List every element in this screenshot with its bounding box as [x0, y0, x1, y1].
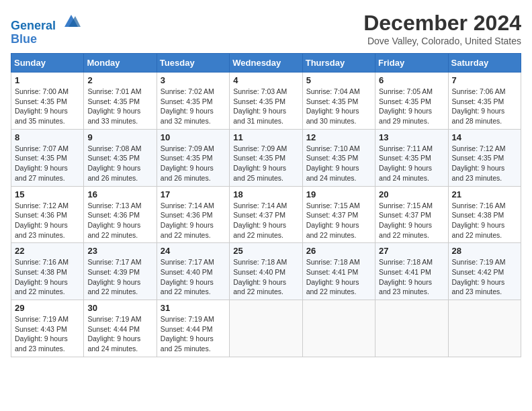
day-info: Sunrise: 7:12 AMSunset: 4:35 PMDaylight:…: [452, 144, 517, 183]
calendar-day-cell: 15Sunrise: 7:12 AMSunset: 4:36 PMDayligh…: [11, 186, 84, 243]
calendar-day-cell: [375, 300, 448, 357]
calendar-day-cell: [448, 300, 521, 357]
day-info: Sunrise: 7:08 AMSunset: 4:35 PMDaylight:…: [87, 144, 152, 183]
calendar-day-cell: 13Sunrise: 7:11 AMSunset: 4:35 PMDayligh…: [375, 129, 448, 186]
day-number: 19: [306, 189, 371, 199]
calendar-day-cell: 16Sunrise: 7:13 AMSunset: 4:36 PMDayligh…: [84, 186, 157, 243]
title-area: December 2024 Dove Valley, Colorado, Uni…: [363, 11, 521, 46]
day-number: 11: [233, 132, 298, 142]
day-number: 2: [87, 75, 152, 85]
calendar-day-cell: 19Sunrise: 7:15 AMSunset: 4:37 PMDayligh…: [302, 186, 375, 243]
calendar-day-cell: 23Sunrise: 7:17 AMSunset: 4:39 PMDayligh…: [84, 243, 157, 300]
calendar-header-tuesday: Tuesday: [157, 54, 229, 73]
day-number: 28: [452, 246, 517, 256]
day-info: Sunrise: 7:19 AMSunset: 4:44 PMDaylight:…: [161, 314, 226, 354]
calendar-header-wednesday: Wednesday: [230, 54, 302, 73]
day-number: 27: [379, 246, 444, 256]
calendar-day-cell: 7Sunrise: 7:06 AMSunset: 4:35 PMDaylight…: [448, 73, 521, 130]
day-number: 10: [161, 132, 226, 142]
day-info: Sunrise: 7:02 AMSunset: 4:35 PMDaylight:…: [161, 87, 226, 126]
calendar-day-cell: 5Sunrise: 7:04 AMSunset: 4:35 PMDaylight…: [302, 73, 375, 130]
day-info: Sunrise: 7:19 AMSunset: 4:44 PMDaylight:…: [87, 314, 152, 354]
calendar-week-row: 8Sunrise: 7:07 AMSunset: 4:35 PMDaylight…: [11, 129, 521, 186]
day-info: Sunrise: 7:17 AMSunset: 4:40 PMDaylight:…: [161, 257, 226, 297]
calendar-day-cell: 21Sunrise: 7:16 AMSunset: 4:38 PMDayligh…: [448, 186, 521, 243]
calendar-day-cell: 4Sunrise: 7:03 AMSunset: 4:35 PMDaylight…: [230, 73, 302, 130]
calendar-day-cell: 2Sunrise: 7:01 AMSunset: 4:35 PMDaylight…: [84, 73, 157, 130]
day-number: 26: [306, 246, 371, 256]
calendar-header-saturday: Saturday: [448, 54, 521, 73]
day-number: 3: [161, 75, 226, 85]
calendar-body: 1Sunrise: 7:00 AMSunset: 4:35 PMDaylight…: [11, 73, 521, 357]
day-info: Sunrise: 7:19 AMSunset: 4:42 PMDaylight:…: [452, 257, 517, 297]
day-info: Sunrise: 7:03 AMSunset: 4:35 PMDaylight:…: [233, 87, 298, 126]
calendar-day-cell: 29Sunrise: 7:19 AMSunset: 4:43 PMDayligh…: [11, 300, 84, 357]
calendar-header-row: SundayMondayTuesdayWednesdayThursdayFrid…: [11, 54, 521, 73]
calendar-header-sunday: Sunday: [11, 54, 84, 73]
month-title: December 2024: [363, 11, 521, 36]
day-number: 13: [379, 132, 444, 142]
calendar-header-friday: Friday: [375, 54, 448, 73]
day-number: 30: [87, 303, 152, 313]
day-number: 15: [15, 189, 80, 199]
day-info: Sunrise: 7:18 AMSunset: 4:40 PMDaylight:…: [233, 257, 298, 297]
day-info: Sunrise: 7:18 AMSunset: 4:41 PMDaylight:…: [379, 257, 444, 297]
calendar-day-cell: [302, 300, 375, 357]
day-info: Sunrise: 7:14 AMSunset: 4:37 PMDaylight:…: [233, 201, 298, 240]
day-info: Sunrise: 7:17 AMSunset: 4:39 PMDaylight:…: [87, 257, 152, 297]
day-info: Sunrise: 7:19 AMSunset: 4:43 PMDaylight:…: [15, 314, 80, 354]
day-number: 8: [15, 132, 80, 142]
day-info: Sunrise: 7:18 AMSunset: 4:41 PMDaylight:…: [306, 257, 371, 297]
logo-text: General: [11, 11, 81, 33]
day-info: Sunrise: 7:16 AMSunset: 4:38 PMDaylight:…: [452, 201, 517, 240]
calendar-day-cell: 27Sunrise: 7:18 AMSunset: 4:41 PMDayligh…: [375, 243, 448, 300]
day-number: 7: [452, 75, 517, 85]
calendar-week-row: 1Sunrise: 7:00 AMSunset: 4:35 PMDaylight…: [11, 73, 521, 130]
calendar-day-cell: 10Sunrise: 7:09 AMSunset: 4:35 PMDayligh…: [157, 129, 229, 186]
calendar-day-cell: 18Sunrise: 7:14 AMSunset: 4:37 PMDayligh…: [230, 186, 302, 243]
day-number: 20: [379, 189, 444, 199]
calendar-day-cell: 25Sunrise: 7:18 AMSunset: 4:40 PMDayligh…: [230, 243, 302, 300]
day-info: Sunrise: 7:06 AMSunset: 4:35 PMDaylight:…: [452, 87, 517, 126]
calendar-header-monday: Monday: [84, 54, 157, 73]
calendar-day-cell: 26Sunrise: 7:18 AMSunset: 4:41 PMDayligh…: [302, 243, 375, 300]
day-number: 25: [233, 246, 298, 256]
day-info: Sunrise: 7:00 AMSunset: 4:35 PMDaylight:…: [15, 87, 80, 126]
day-info: Sunrise: 7:12 AMSunset: 4:36 PMDaylight:…: [15, 201, 80, 240]
day-info: Sunrise: 7:11 AMSunset: 4:35 PMDaylight:…: [379, 144, 444, 183]
day-number: 5: [306, 75, 371, 85]
day-number: 17: [161, 189, 226, 199]
calendar-day-cell: 1Sunrise: 7:00 AMSunset: 4:35 PMDaylight…: [11, 73, 84, 130]
day-info: Sunrise: 7:05 AMSunset: 4:35 PMDaylight:…: [379, 87, 444, 126]
day-number: 4: [233, 75, 298, 85]
day-number: 21: [452, 189, 517, 199]
day-number: 18: [233, 189, 298, 199]
calendar-day-cell: 17Sunrise: 7:14 AMSunset: 4:36 PMDayligh…: [157, 186, 229, 243]
day-info: Sunrise: 7:09 AMSunset: 4:35 PMDaylight:…: [161, 144, 226, 183]
logo-icon: [62, 11, 81, 30]
day-number: 9: [87, 132, 152, 142]
calendar-week-row: 15Sunrise: 7:12 AMSunset: 4:36 PMDayligh…: [11, 186, 521, 243]
day-number: 12: [306, 132, 371, 142]
day-info: Sunrise: 7:14 AMSunset: 4:36 PMDaylight:…: [161, 201, 226, 240]
day-info: Sunrise: 7:07 AMSunset: 4:35 PMDaylight:…: [15, 144, 80, 183]
calendar-day-cell: 11Sunrise: 7:09 AMSunset: 4:35 PMDayligh…: [230, 129, 302, 186]
logo: General Blue: [11, 11, 81, 46]
day-info: Sunrise: 7:15 AMSunset: 4:37 PMDaylight:…: [306, 201, 371, 240]
day-number: 16: [87, 189, 152, 199]
day-number: 14: [452, 132, 517, 142]
calendar-header-thursday: Thursday: [302, 54, 375, 73]
calendar-table: SundayMondayTuesdayWednesdayThursdayFrid…: [11, 53, 521, 357]
calendar-day-cell: 24Sunrise: 7:17 AMSunset: 4:40 PMDayligh…: [157, 243, 229, 300]
day-number: 6: [379, 75, 444, 85]
calendar-day-cell: 6Sunrise: 7:05 AMSunset: 4:35 PMDaylight…: [375, 73, 448, 130]
day-number: 1: [15, 75, 80, 85]
day-number: 31: [161, 303, 226, 313]
location: Dove Valley, Colorado, United States: [363, 36, 521, 46]
calendar-day-cell: 31Sunrise: 7:19 AMSunset: 4:44 PMDayligh…: [157, 300, 229, 357]
calendar-day-cell: 20Sunrise: 7:15 AMSunset: 4:37 PMDayligh…: [375, 186, 448, 243]
day-info: Sunrise: 7:15 AMSunset: 4:37 PMDaylight:…: [379, 201, 444, 240]
calendar-day-cell: 3Sunrise: 7:02 AMSunset: 4:35 PMDaylight…: [157, 73, 229, 130]
calendar-day-cell: 28Sunrise: 7:19 AMSunset: 4:42 PMDayligh…: [448, 243, 521, 300]
day-number: 29: [15, 303, 80, 313]
